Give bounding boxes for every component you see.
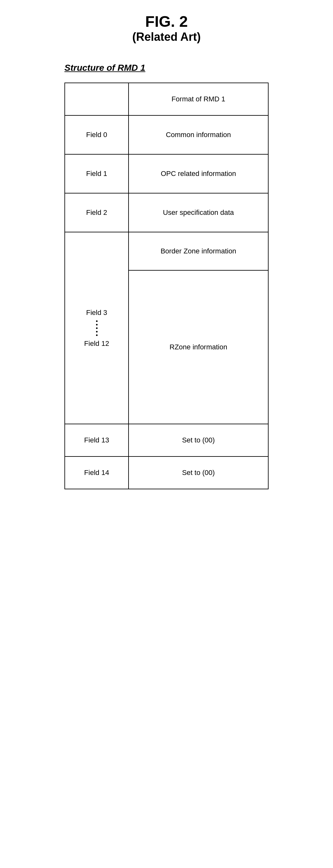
- dotted-separator: [96, 319, 98, 337]
- field13-right-cell: Set to (00): [129, 424, 268, 456]
- dot: [96, 331, 98, 333]
- table-row: Field 2 User specification data: [65, 193, 268, 232]
- field0-content: Common information: [166, 131, 231, 139]
- field1-label: Field 1: [86, 169, 107, 178]
- field0-label: Field 0: [86, 131, 107, 139]
- fig-number: FIG. 2: [132, 13, 201, 30]
- field3-bottom-label: Field 12: [84, 340, 109, 348]
- header-right-cell: Format of RMD 1: [129, 83, 268, 115]
- field0-left-cell: Field 0: [65, 116, 129, 154]
- field2-left-cell: Field 2: [65, 193, 129, 232]
- table-row: Field 1 OPC related information: [65, 155, 268, 193]
- header-left-cell: [65, 83, 129, 115]
- field2-content: User specification data: [163, 209, 234, 217]
- field1-content: OPC related information: [161, 169, 236, 178]
- field3-top-label: Field 3: [86, 309, 107, 317]
- field1-left-cell: Field 1: [65, 155, 129, 193]
- table-row: Field 3 Field 12 Border Zone information…: [65, 232, 268, 424]
- fig-subtitle: (Related Art): [132, 30, 201, 44]
- field2-label: Field 2: [86, 209, 107, 217]
- field14-left-cell: Field 14: [65, 457, 129, 489]
- field14-right-cell: Set to (00): [129, 457, 268, 489]
- dot: [96, 324, 98, 326]
- dot: [96, 320, 98, 322]
- table-row: Format of RMD 1: [65, 83, 268, 116]
- field14-content: Set to (00): [182, 469, 215, 477]
- dot: [96, 328, 98, 329]
- field0-right-cell: Common information: [129, 116, 268, 154]
- field3-left-cell: Field 3 Field 12: [65, 232, 129, 424]
- rmd-table: Format of RMD 1 Field 0 Common informati…: [64, 83, 269, 489]
- table-row: Field 14 Set to (00): [65, 457, 268, 489]
- rzone-text: RZone information: [170, 343, 228, 351]
- page-container: FIG. 2 (Related Art) Structure of RMD 1 …: [55, 13, 278, 489]
- table-row: Field 13 Set to (00): [65, 424, 268, 457]
- field1-right-cell: OPC related information: [129, 155, 268, 193]
- figure-title: FIG. 2 (Related Art): [132, 13, 201, 44]
- field3-border-zone-cell: Border Zone information: [129, 232, 268, 271]
- header-right-text: Format of RMD 1: [172, 95, 225, 103]
- field3-right-split: Border Zone information RZone informatio…: [129, 232, 268, 424]
- border-zone-text: Border Zone information: [160, 247, 236, 255]
- section-title: Structure of RMD 1: [64, 63, 146, 73]
- field13-label: Field 13: [84, 436, 109, 444]
- table-row: Field 0 Common information: [65, 116, 268, 155]
- field13-content: Set to (00): [182, 436, 215, 444]
- field13-left-cell: Field 13: [65, 424, 129, 456]
- field3-rzone-cell: RZone information: [129, 271, 268, 424]
- dot: [96, 334, 98, 336]
- field2-right-cell: User specification data: [129, 193, 268, 232]
- field14-label: Field 14: [84, 469, 109, 477]
